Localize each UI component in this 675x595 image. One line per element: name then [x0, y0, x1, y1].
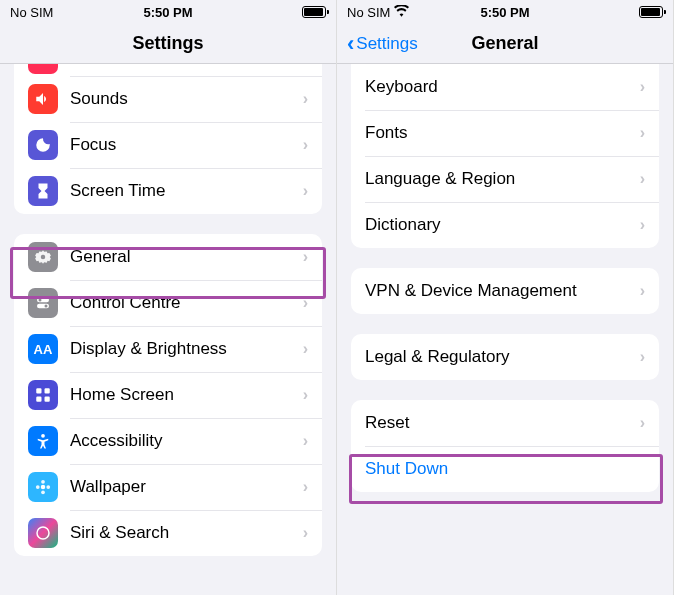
- carrier-text: No SIM: [10, 5, 53, 20]
- chevron-right-icon: ›: [640, 216, 645, 234]
- row-label: Keyboard: [365, 77, 640, 97]
- carrier-text: No SIM: [347, 5, 390, 20]
- settings-screen: No SIM 5:50 PM Settings Sounds ›: [0, 0, 337, 595]
- chevron-right-icon: ›: [640, 124, 645, 142]
- time-text: 5:50 PM: [480, 5, 529, 20]
- general-row[interactable]: General ›: [14, 234, 322, 280]
- status-bar: No SIM 5:50 PM: [337, 0, 673, 24]
- chevron-right-icon: ›: [303, 340, 308, 358]
- svg-point-15: [37, 527, 49, 539]
- grid-icon: [28, 380, 58, 410]
- row-label: Fonts: [365, 123, 640, 143]
- row-label: VPN & Device Management: [365, 281, 640, 301]
- row-label: Dictionary: [365, 215, 640, 235]
- language-row[interactable]: Language & Region ›: [351, 156, 659, 202]
- row-label: Siri & Search: [70, 523, 303, 543]
- sounds-row[interactable]: Sounds ›: [14, 76, 322, 122]
- settings-group-2: General › Control Centre › AA Display & …: [14, 234, 322, 556]
- time-text: 5:50 PM: [143, 5, 192, 20]
- chevron-right-icon: ›: [303, 294, 308, 312]
- gear-icon: [28, 242, 58, 272]
- chevron-right-icon: ›: [303, 478, 308, 496]
- svg-rect-5: [36, 388, 41, 393]
- dictionary-row[interactable]: Dictionary ›: [351, 202, 659, 248]
- wifi-icon: [394, 4, 409, 20]
- display-row[interactable]: AA Display & Brightness ›: [14, 326, 322, 372]
- chevron-right-icon: ›: [303, 386, 308, 404]
- vpn-row[interactable]: VPN & Device Management ›: [351, 268, 659, 314]
- wallpaper-row[interactable]: Wallpaper ›: [14, 464, 322, 510]
- row-label: Sounds: [70, 89, 303, 109]
- svg-point-11: [41, 480, 45, 484]
- chevron-right-icon: ›: [640, 170, 645, 188]
- row-label: General: [70, 247, 303, 267]
- svg-rect-8: [45, 397, 50, 402]
- svg-point-10: [41, 485, 46, 490]
- chevron-right-icon: ›: [303, 182, 308, 200]
- shutdown-row[interactable]: Shut Down: [351, 446, 659, 492]
- nav-header: Settings: [0, 24, 336, 64]
- svg-point-0: [41, 255, 46, 260]
- reset-row[interactable]: Reset ›: [351, 400, 659, 446]
- screentime-row[interactable]: Screen Time ›: [14, 168, 322, 214]
- general-list[interactable]: Keyboard › Fonts › Language & Region › D…: [337, 64, 673, 595]
- person-icon: [28, 426, 58, 456]
- focus-row[interactable]: Focus ›: [14, 122, 322, 168]
- controlcentre-row[interactable]: Control Centre ›: [14, 280, 322, 326]
- row-label: Accessibility: [70, 431, 303, 451]
- row-label: Home Screen: [70, 385, 303, 405]
- hourglass-icon: [28, 176, 58, 206]
- svg-rect-6: [45, 388, 50, 393]
- row-label: Display & Brightness: [70, 339, 303, 359]
- battery-icon: [302, 6, 326, 18]
- row-label: Screen Time: [70, 181, 303, 201]
- general-group-2: VPN & Device Management ›: [351, 268, 659, 314]
- chevron-right-icon: ›: [303, 248, 308, 266]
- row-label: Shut Down: [365, 459, 645, 479]
- chevron-right-icon: ›: [640, 414, 645, 432]
- nav-header: ‹ Settings General: [337, 24, 673, 64]
- fonts-row[interactable]: Fonts ›: [351, 110, 659, 156]
- page-title: General: [471, 33, 538, 54]
- speaker-icon: [28, 84, 58, 114]
- general-screen: No SIM 5:50 PM ‹ Settings General Keyboa…: [337, 0, 674, 595]
- siri-icon: [28, 518, 58, 548]
- chevron-right-icon: ›: [640, 348, 645, 366]
- svg-point-13: [36, 485, 40, 489]
- partial-icon: [28, 64, 58, 74]
- row-label: Wallpaper: [70, 477, 303, 497]
- general-group-4: Reset › Shut Down: [351, 400, 659, 492]
- accessibility-row[interactable]: Accessibility ›: [14, 418, 322, 464]
- chevron-left-icon: ‹: [347, 33, 354, 55]
- chevron-right-icon: ›: [640, 78, 645, 96]
- moon-icon: [28, 130, 58, 160]
- homescreen-row[interactable]: Home Screen ›: [14, 372, 322, 418]
- settings-list[interactable]: Sounds › Focus › Screen Time ›: [0, 64, 336, 595]
- keyboard-row[interactable]: Keyboard ›: [351, 64, 659, 110]
- row-label: Focus: [70, 135, 303, 155]
- back-button[interactable]: ‹ Settings: [347, 33, 418, 55]
- legal-row[interactable]: Legal & Regulatory ›: [351, 334, 659, 380]
- row-label: Control Centre: [70, 293, 303, 313]
- svg-point-4: [45, 305, 48, 308]
- row-label: Reset: [365, 413, 640, 433]
- chevron-right-icon: ›: [303, 136, 308, 154]
- chevron-right-icon: ›: [303, 90, 308, 108]
- toggles-icon: [28, 288, 58, 318]
- general-group-1: Keyboard › Fonts › Language & Region › D…: [351, 64, 659, 248]
- siri-row[interactable]: Siri & Search ›: [14, 510, 322, 556]
- svg-point-9: [41, 434, 45, 438]
- settings-group-1: Sounds › Focus › Screen Time ›: [14, 64, 322, 214]
- status-bar: No SIM 5:50 PM: [0, 0, 336, 24]
- svg-point-3: [39, 299, 42, 302]
- svg-point-12: [41, 490, 45, 494]
- back-label: Settings: [356, 34, 417, 54]
- svg-point-14: [46, 485, 50, 489]
- page-title: Settings: [132, 33, 203, 54]
- row-label: Language & Region: [365, 169, 640, 189]
- chevron-right-icon: ›: [303, 432, 308, 450]
- svg-rect-7: [36, 397, 41, 402]
- row-label: Legal & Regulatory: [365, 347, 640, 367]
- battery-icon: [639, 6, 663, 18]
- chevron-right-icon: ›: [640, 282, 645, 300]
